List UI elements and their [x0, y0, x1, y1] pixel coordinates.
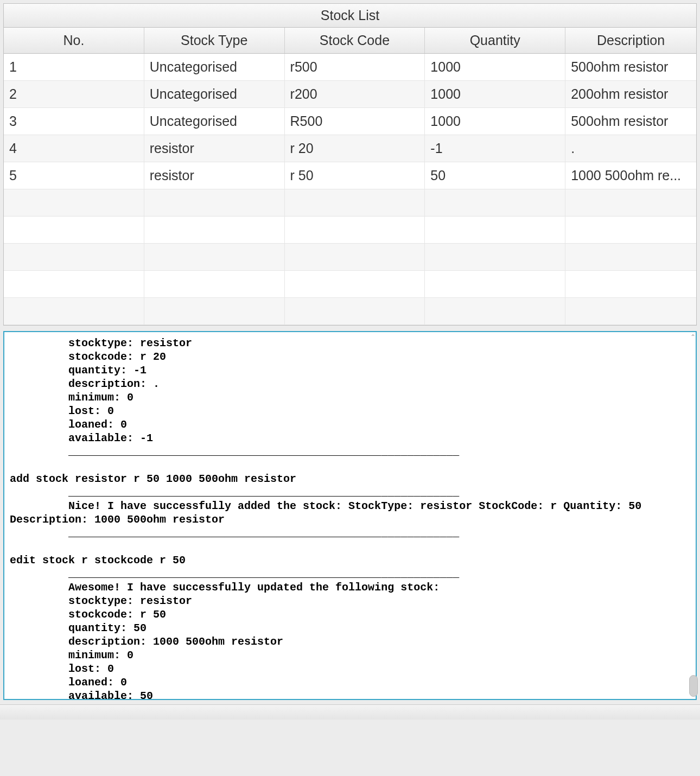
empty-cell [425, 271, 565, 297]
cell-type[interactable]: Uncategorised [144, 108, 285, 135]
cell-type[interactable]: Uncategorised [144, 54, 285, 80]
table-header-row: No. Stock Type Stock Code Quantity Descr… [4, 28, 696, 54]
cell-desc[interactable]: 200ohm resistor [565, 81, 696, 107]
table-row-empty [4, 189, 696, 217]
empty-cell [144, 271, 285, 297]
table-row[interactable]: 4resistorr 20-1. [4, 135, 696, 162]
table-title: Stock List [4, 4, 696, 28]
cell-desc[interactable]: 500ohm resistor [565, 108, 696, 135]
header-no[interactable]: No. [4, 28, 144, 53]
empty-cell [565, 298, 696, 325]
cell-no[interactable]: 3 [4, 108, 144, 135]
cell-type[interactable]: Uncategorised [144, 81, 285, 107]
empty-cell [4, 189, 144, 216]
table-row[interactable]: 1Uncategorisedr5001000500ohm resistor [4, 54, 696, 81]
table-row[interactable]: 2Uncategorisedr2001000200ohm resistor [4, 81, 696, 108]
empty-cell [285, 298, 425, 325]
cell-desc[interactable]: 1000 500ohm re... [565, 162, 696, 189]
empty-cell [4, 271, 144, 297]
header-type[interactable]: Stock Type [144, 28, 285, 53]
console-output[interactable]: stocktype: resistor stockcode: r 20 quan… [3, 331, 697, 700]
cell-qty[interactable]: 1000 [425, 108, 565, 135]
empty-cell [4, 217, 144, 243]
stock-table: Stock List No. Stock Type Stock Code Qua… [3, 3, 697, 326]
console-panel: ⌃ stocktype: resistor stockcode: r 20 qu… [3, 331, 697, 700]
cell-no[interactable]: 1 [4, 54, 144, 80]
empty-cell [565, 271, 696, 297]
cell-code[interactable]: r500 [285, 54, 425, 80]
cell-qty[interactable]: 50 [425, 162, 565, 189]
table-row-empty [4, 271, 696, 298]
empty-cell [565, 244, 696, 270]
empty-cell [144, 298, 285, 325]
empty-cell [425, 217, 565, 243]
table-row-empty [4, 217, 696, 244]
empty-cell [144, 189, 285, 216]
scroll-up-arrow[interactable]: ⌃ [689, 333, 697, 341]
empty-cell [425, 189, 565, 216]
header-code[interactable]: Stock Code [285, 28, 425, 53]
cell-code[interactable]: r 20 [285, 135, 425, 162]
empty-cell [4, 244, 144, 270]
table-body: 1Uncategorisedr5001000500ohm resistor2Un… [4, 54, 696, 325]
empty-cell [285, 244, 425, 270]
empty-cell [285, 189, 425, 216]
status-bar [0, 704, 700, 720]
cell-no[interactable]: 4 [4, 135, 144, 162]
cell-code[interactable]: R500 [285, 108, 425, 135]
empty-cell [144, 217, 285, 243]
empty-cell [565, 189, 696, 216]
cell-type[interactable]: resistor [144, 162, 285, 189]
cell-qty[interactable]: -1 [425, 135, 565, 162]
cell-desc[interactable]: . [565, 135, 696, 162]
table-row[interactable]: 5resistorr 50501000 500ohm re... [4, 162, 696, 189]
scrollbar-thumb[interactable] [689, 675, 698, 697]
cell-code[interactable]: r 50 [285, 162, 425, 189]
cell-qty[interactable]: 1000 [425, 54, 565, 80]
cell-type[interactable]: resistor [144, 135, 285, 162]
empty-cell [4, 298, 144, 325]
empty-cell [285, 271, 425, 297]
empty-cell [565, 217, 696, 243]
cell-no[interactable]: 2 [4, 81, 144, 107]
header-qty[interactable]: Quantity [425, 28, 565, 53]
table-row-empty [4, 298, 696, 325]
cell-code[interactable]: r200 [285, 81, 425, 107]
header-desc[interactable]: Description [565, 28, 696, 53]
cell-no[interactable]: 5 [4, 162, 144, 189]
empty-cell [285, 217, 425, 243]
cell-desc[interactable]: 500ohm resistor [565, 54, 696, 80]
table-row-empty [4, 244, 696, 271]
cell-qty[interactable]: 1000 [425, 81, 565, 107]
empty-cell [425, 244, 565, 270]
table-row[interactable]: 3UncategorisedR5001000500ohm resistor [4, 108, 696, 135]
empty-cell [425, 298, 565, 325]
empty-cell [144, 244, 285, 270]
